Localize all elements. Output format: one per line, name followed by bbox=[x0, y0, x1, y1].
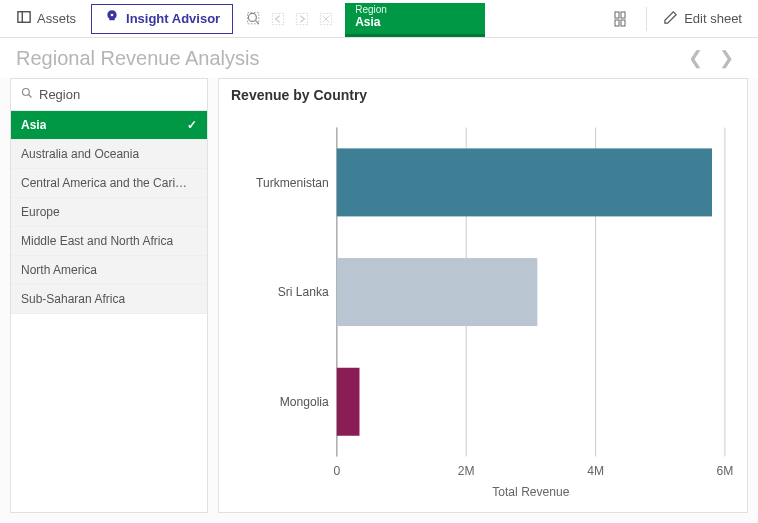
filter-item[interactable]: Australia and Oceania✓ bbox=[11, 140, 207, 169]
filter-item[interactable]: North America✓ bbox=[11, 256, 207, 285]
filter-item-label: Middle East and North Africa bbox=[21, 234, 173, 248]
svg-point-15 bbox=[23, 89, 30, 96]
step-back-icon bbox=[267, 8, 289, 30]
svg-text:Total Revenue: Total Revenue bbox=[492, 485, 569, 499]
assets-button[interactable]: Assets bbox=[6, 5, 87, 33]
title-row: Regional Revenue Analysis ❮ ❯ bbox=[0, 38, 758, 78]
insight-advisor-button[interactable]: Insight Advisor bbox=[91, 4, 233, 34]
filter-item-label: Australia and Oceania bbox=[21, 147, 139, 161]
filter-item[interactable]: Sub-Saharan Africa✓ bbox=[11, 285, 207, 314]
svg-point-3 bbox=[249, 13, 257, 21]
filter-item[interactable]: Europe✓ bbox=[11, 198, 207, 227]
search-icon bbox=[21, 87, 33, 102]
svg-point-2 bbox=[111, 14, 114, 17]
svg-rect-30 bbox=[337, 368, 360, 436]
svg-text:Mongolia: Mongolia bbox=[280, 395, 329, 409]
bar-chart-svg: 02M4M6MTurkmenistanSri LankaMongoliaTota… bbox=[231, 107, 735, 508]
svg-text:6M: 6M bbox=[717, 464, 734, 478]
selection-chip-value: Asia bbox=[355, 15, 475, 29]
edit-sheet-button[interactable]: Edit sheet bbox=[653, 5, 752, 33]
filter-item-label: North America bbox=[21, 263, 97, 277]
insight-label: Insight Advisor bbox=[126, 11, 220, 26]
smart-search-icon[interactable] bbox=[243, 8, 265, 30]
svg-rect-14 bbox=[621, 20, 625, 26]
filter-item-label: Asia bbox=[21, 118, 46, 132]
edit-sheet-label: Edit sheet bbox=[684, 11, 742, 26]
svg-rect-26 bbox=[337, 148, 712, 216]
clear-selections-icon bbox=[315, 8, 337, 30]
svg-rect-0 bbox=[18, 12, 30, 23]
selection-chip-region[interactable]: Region Asia bbox=[345, 3, 485, 37]
step-forward-icon bbox=[291, 8, 313, 30]
chart-area[interactable]: 02M4M6MTurkmenistanSri LankaMongoliaTota… bbox=[231, 107, 735, 508]
svg-rect-12 bbox=[621, 12, 625, 18]
svg-rect-6 bbox=[273, 13, 284, 24]
next-sheet-icon[interactable]: ❯ bbox=[711, 47, 742, 69]
svg-rect-13 bbox=[615, 20, 619, 26]
filter-pane-header[interactable]: Region bbox=[11, 79, 207, 111]
filter-item[interactable]: Asia✓ bbox=[11, 111, 207, 140]
filter-item[interactable]: Central America and the Carib…✓ bbox=[11, 169, 207, 198]
insight-icon bbox=[104, 9, 120, 28]
bookmarks-icon[interactable] bbox=[604, 5, 640, 33]
svg-rect-7 bbox=[297, 13, 308, 24]
assets-label: Assets bbox=[37, 11, 76, 26]
filter-field-label: Region bbox=[39, 87, 80, 102]
filter-item[interactable]: Middle East and North Africa✓ bbox=[11, 227, 207, 256]
chart-title: Revenue by Country bbox=[231, 87, 735, 103]
check-icon: ✓ bbox=[187, 118, 197, 132]
pencil-icon bbox=[663, 10, 678, 28]
prev-sheet-icon[interactable]: ❮ bbox=[680, 47, 711, 69]
svg-rect-28 bbox=[337, 258, 538, 326]
filter-item-label: Sub-Saharan Africa bbox=[21, 292, 125, 306]
filter-list: Asia✓Australia and Oceania✓Central Ameri… bbox=[11, 111, 207, 314]
selection-chip-field: Region bbox=[355, 5, 475, 15]
svg-text:Sri Lanka: Sri Lanka bbox=[278, 285, 329, 299]
svg-text:2M: 2M bbox=[458, 464, 475, 478]
chart-pane: Revenue by Country 02M4M6MTurkmenistanSr… bbox=[218, 78, 748, 513]
page-title: Regional Revenue Analysis bbox=[16, 47, 260, 70]
top-toolbar: Assets Insight Advisor Region Asia E bbox=[0, 0, 758, 38]
svg-text:4M: 4M bbox=[587, 464, 604, 478]
svg-line-16 bbox=[29, 95, 32, 98]
filter-pane-region: Region Asia✓Australia and Oceania✓Centra… bbox=[10, 78, 208, 513]
filter-item-label: Central America and the Carib… bbox=[21, 176, 191, 190]
filter-item-label: Europe bbox=[21, 205, 60, 219]
svg-text:0: 0 bbox=[333, 464, 340, 478]
assets-icon bbox=[17, 10, 31, 27]
svg-rect-11 bbox=[615, 12, 619, 18]
svg-text:Turkmenistan: Turkmenistan bbox=[256, 175, 329, 189]
svg-line-4 bbox=[256, 20, 259, 23]
selection-tools-group bbox=[243, 8, 337, 30]
toolbar-separator bbox=[646, 7, 647, 31]
content-area: Region Asia✓Australia and Oceania✓Centra… bbox=[0, 78, 758, 523]
